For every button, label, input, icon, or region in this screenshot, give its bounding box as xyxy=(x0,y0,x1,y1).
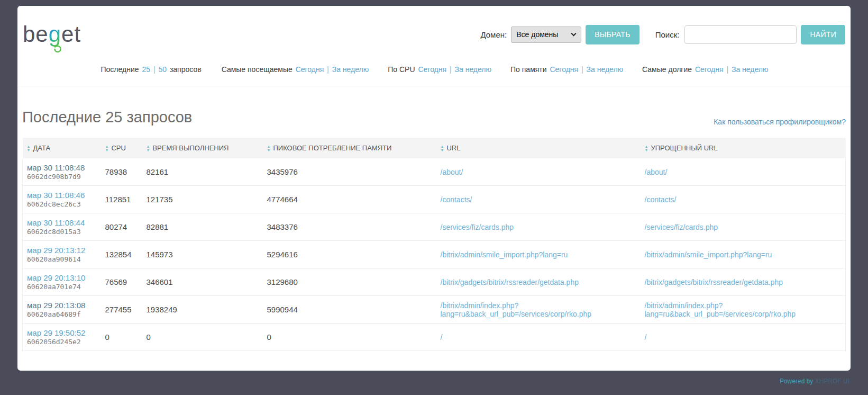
beget-logo: beget xyxy=(23,23,81,46)
row-url-link[interactable]: /contacts/ xyxy=(441,195,636,204)
table-row: мар 29 20:13:10 60620aa701e74 76569 3466… xyxy=(23,268,846,296)
column-header-exec-time[interactable]: ▲▼ВРЕМЯ ВЫПОЛНЕНИЯ xyxy=(142,138,263,158)
table-row: мар 30 11:08:48 6062dc908b7d9 78938 8216… xyxy=(23,158,846,186)
row-request-id: 60620aa909614 xyxy=(27,255,97,263)
row-simple-url-link[interactable]: /bitrix/admin/smile_import.php?lang=ru xyxy=(645,250,840,259)
row-peak-memory: 3435976 xyxy=(263,158,436,186)
nav-label: запросов xyxy=(170,65,202,74)
row-url-link[interactable]: /bitrix/admin/index.php?lang=ru&back_url… xyxy=(441,301,636,318)
report-nav: Последние 25 | 50 запросов Самые посещае… xyxy=(17,55,851,86)
table-body: мар 30 11:08:48 6062dc908b7d9 78938 8216… xyxy=(23,158,846,351)
row-url-link[interactable]: /bitrix/gadgets/bitrix/rssreader/getdata… xyxy=(441,278,636,286)
column-header-date[interactable]: ▲▼ДАТА xyxy=(23,138,101,158)
row-peak-memory: 3483376 xyxy=(263,213,436,241)
main-card: beget Домен: Все домены ВЫБРАТЬ Поиск: Н… xyxy=(17,6,851,371)
column-header-peak-memory[interactable]: ▲▼ПИКОВОЕ ПОТРЕБЛЕНИЕ ПАМЯТИ xyxy=(263,138,436,158)
nav-link-most-visited-today[interactable]: Сегодня xyxy=(296,65,324,74)
nav-label: Самые долгие xyxy=(642,65,692,74)
nav-link-memory-today[interactable]: Сегодня xyxy=(550,65,578,74)
domain-label: Домен: xyxy=(480,30,507,39)
profiler-help-link[interactable]: Как пользоваться профилировщиком? xyxy=(714,118,846,126)
nav-link-longest-week[interactable]: За неделю xyxy=(732,65,769,74)
column-header-cpu[interactable]: ▲▼CPU xyxy=(101,138,142,158)
nav-label: По CPU xyxy=(388,65,415,74)
select-domain-button[interactable]: ВЫБРАТЬ xyxy=(586,25,639,44)
nav-link-cpu-today[interactable]: Сегодня xyxy=(418,65,446,74)
sort-icon: ▲▼ xyxy=(27,145,31,152)
domain-select[interactable]: Все домены xyxy=(511,26,581,43)
row-cpu: 132854 xyxy=(101,241,142,268)
row-url-link[interactable]: /bitrix/admin/smile_import.php?lang=ru xyxy=(441,250,636,259)
nav-separator: | xyxy=(726,65,728,74)
row-date-link[interactable]: мар 30 11:08:48 xyxy=(27,163,97,172)
row-date-link[interactable]: мар 29 20:13:12 xyxy=(27,246,97,255)
nav-label: По памяти xyxy=(510,65,547,74)
row-simple-url-link[interactable]: /bitrix/gadgets/bitrix/rssreader/getdata… xyxy=(645,278,840,286)
row-exec-time: 145973 xyxy=(142,241,263,268)
row-cpu: 0 xyxy=(101,324,142,351)
row-url-link[interactable]: /services/fiz/cards.php xyxy=(441,223,636,231)
page-title: Последние 25 запросов xyxy=(22,109,192,126)
nav-separator: | xyxy=(581,65,583,74)
nav-group-most-visited: Самые посещаемые Сегодня | За неделю xyxy=(221,65,369,74)
nav-link-longest-today[interactable]: Сегодня xyxy=(695,65,724,74)
powered-by-label: Powered by xyxy=(780,378,813,385)
row-simple-url-link[interactable]: /about/ xyxy=(645,168,840,176)
logo-g: g xyxy=(49,22,61,47)
row-cpu: 277455 xyxy=(101,296,142,324)
column-header-simple-url[interactable]: ▲▼УПРОЩЕННЫЙ URL xyxy=(641,138,846,158)
table-row: мар 29 20:13:08 60620aa64689f 277455 193… xyxy=(23,296,846,324)
row-simple-url-link[interactable]: /contacts/ xyxy=(645,195,840,204)
nav-link-memory-week[interactable]: За неделю xyxy=(587,65,624,74)
row-simple-url-link[interactable]: /services/fiz/cards.php xyxy=(645,223,840,231)
row-exec-time: 121735 xyxy=(142,186,263,213)
logo-text-end: et xyxy=(61,22,81,47)
nav-link-latest-25[interactable]: 25 xyxy=(142,65,150,74)
row-exec-time: 82881 xyxy=(142,213,263,241)
row-peak-memory: 0 xyxy=(263,324,436,351)
row-peak-memory: 4774664 xyxy=(263,186,436,213)
row-peak-memory: 5294616 xyxy=(263,241,436,268)
logo-text: be xyxy=(23,22,49,47)
row-exec-time: 346601 xyxy=(142,268,263,296)
column-header-url[interactable]: ▲▼URL xyxy=(436,138,641,158)
logo-arrow-icon xyxy=(52,44,62,54)
header-controls: Домен: Все домены ВЫБРАТЬ Поиск: НАЙТИ xyxy=(480,25,845,44)
domain-select-wrap: Все домены xyxy=(511,26,581,43)
row-cpu: 112851 xyxy=(101,186,142,213)
nav-group-latest: Последние 25 | 50 запросов xyxy=(100,65,203,74)
row-date-link[interactable]: мар 29 20:13:08 xyxy=(27,301,97,310)
sort-icon: ▲▼ xyxy=(645,145,648,152)
sort-icon: ▲▼ xyxy=(441,145,444,152)
row-url-link[interactable]: /about/ xyxy=(441,168,636,176)
row-exec-time: 1938249 xyxy=(142,296,263,324)
row-request-id: 60620aa701e74 xyxy=(27,283,97,291)
row-date-link[interactable]: мар 30 11:08:46 xyxy=(27,191,97,200)
nav-label: Последние xyxy=(101,65,139,74)
row-simple-url-link[interactable]: /bitrix/admin/index.php?lang=ru&back_url… xyxy=(645,301,840,318)
table-row: мар 29 19:50:52 6062056d245e2 0 0 0 / / xyxy=(23,324,846,351)
search-input[interactable] xyxy=(684,25,797,44)
nav-link-latest-50[interactable]: 50 xyxy=(158,65,167,74)
footer: Powered by XHPROF UI xyxy=(780,378,849,385)
row-cpu: 80274 xyxy=(101,213,142,241)
nav-group-longest: Самые долгие Сегодня | За неделю xyxy=(641,65,768,74)
xhprof-ui-link[interactable]: XHPROF UI xyxy=(815,378,849,385)
requests-table: ▲▼ДАТА ▲▼CPU ▲▼ВРЕМЯ ВЫПОЛНЕНИЯ ▲▼ПИКОВО… xyxy=(22,138,846,351)
row-date-link[interactable]: мар 29 19:50:52 xyxy=(27,328,97,337)
row-cpu: 78938 xyxy=(101,158,142,186)
nav-link-cpu-week[interactable]: За неделю xyxy=(455,65,492,74)
row-date-link[interactable]: мар 30 11:08:44 xyxy=(27,218,97,227)
table-row: мар 29 20:13:12 60620aa909614 132854 145… xyxy=(23,241,846,268)
search-button[interactable]: НАЙТИ xyxy=(801,25,845,44)
table-row: мар 30 11:08:44 6062dc8d015a3 80274 8288… xyxy=(23,213,846,241)
nav-link-most-visited-week[interactable]: За неделю xyxy=(332,65,369,74)
row-exec-time: 82161 xyxy=(142,158,263,186)
row-simple-url-link[interactable]: / xyxy=(645,333,840,342)
row-url-link[interactable]: / xyxy=(441,333,636,342)
nav-separator: | xyxy=(327,65,329,74)
row-date-link[interactable]: мар 29 20:13:10 xyxy=(27,273,97,282)
row-request-id: 6062dc908b7d9 xyxy=(27,173,97,181)
row-request-id: 60620aa64689f xyxy=(27,310,97,318)
nav-separator: | xyxy=(450,65,452,74)
